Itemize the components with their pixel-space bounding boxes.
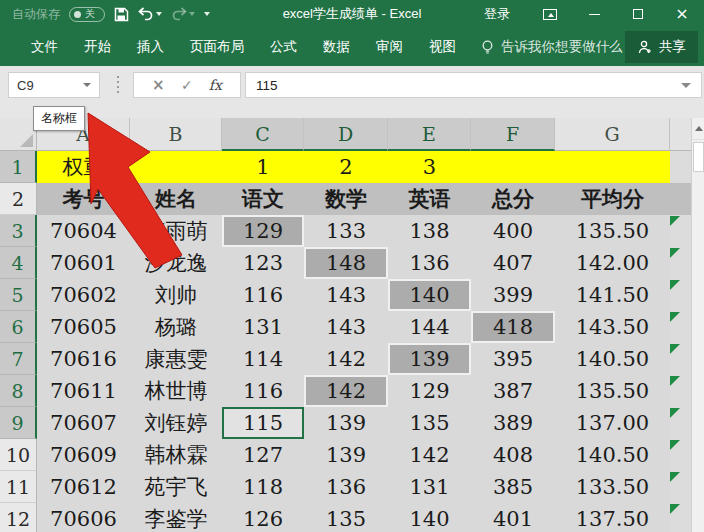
cell-E11[interactable]: 131 [388, 471, 471, 503]
cell-G7[interactable]: 140.50 [555, 343, 670, 375]
cell-D7[interactable]: 142 [304, 343, 388, 375]
cell-F12[interactable]: 401 [471, 503, 555, 532]
undo-dropdown-caret[interactable] [156, 12, 162, 16]
cell-B2[interactable]: 姓名 [130, 183, 222, 215]
cell-C12[interactable]: 126 [222, 503, 304, 532]
cell-D11[interactable]: 136 [304, 471, 388, 503]
cell-G2[interactable]: 平均分 [555, 183, 670, 215]
ribbon-display-options-button[interactable] [528, 0, 572, 28]
insert-function-button[interactable]: fx [209, 77, 222, 93]
cell-C6[interactable]: 131 [222, 311, 304, 343]
redo-button[interactable] [171, 7, 195, 21]
save-button[interactable] [114, 7, 129, 22]
formula-bar-expand-caret[interactable] [681, 83, 691, 88]
cell-G8[interactable]: 135.50 [555, 375, 670, 407]
cell-D1[interactable]: 2 [304, 151, 388, 183]
cell-C8[interactable]: 116 [222, 375, 304, 407]
row-header-7[interactable]: 7 [0, 343, 37, 375]
sign-in-button[interactable]: 登录 [466, 5, 528, 23]
cell-F11[interactable]: 385 [471, 471, 555, 503]
cell-F5[interactable]: 399 [471, 279, 555, 311]
cell-F4[interactable]: 407 [471, 247, 555, 279]
maximize-button[interactable] [616, 0, 660, 28]
row-header-1[interactable]: 1 [0, 151, 37, 183]
autosave-toggle[interactable]: 关 [69, 7, 105, 22]
column-header-C[interactable]: C [222, 118, 304, 151]
cell-C9[interactable]: 115 [222, 407, 304, 439]
cell-E4[interactable]: 136 [388, 247, 471, 279]
cell-D5[interactable]: 143 [304, 279, 388, 311]
cell-A3[interactable]: 70604 [37, 215, 130, 247]
cell-A5[interactable]: 70602 [37, 279, 130, 311]
cell-G10[interactable]: 140.50 [555, 439, 670, 471]
row-header-6[interactable]: 6 [0, 311, 37, 343]
cell-C11[interactable]: 118 [222, 471, 304, 503]
row-header-8[interactable]: 8 [0, 375, 37, 407]
name-box[interactable]: C9 [8, 72, 100, 98]
cell-G11[interactable]: 133.50 [555, 471, 670, 503]
cell-G12[interactable]: 137.50 [555, 503, 670, 532]
cell-D2[interactable]: 数学 [304, 183, 388, 215]
cell-E12[interactable]: 140 [388, 503, 471, 532]
cell-A11[interactable]: 70612 [37, 471, 130, 503]
redo-dropdown-caret[interactable] [189, 12, 195, 16]
customize-qat-caret[interactable] [204, 12, 210, 16]
cell-C10[interactable]: 127 [222, 439, 304, 471]
confirm-entry-button[interactable]: ✓ [181, 77, 193, 93]
cell-C2[interactable]: 语文 [222, 183, 304, 215]
row-header-10[interactable]: 10 [0, 439, 37, 471]
cell-C4[interactable]: 123 [222, 247, 304, 279]
cell-A1[interactable]: 权重 [37, 151, 130, 183]
cell-A2[interactable]: 考号 [37, 183, 130, 215]
tab-data[interactable]: 数据 [310, 28, 363, 66]
row-header-11[interactable]: 11 [0, 471, 37, 503]
close-button[interactable]: × [660, 0, 704, 28]
tab-home[interactable]: 开始 [71, 28, 124, 66]
cell-D3[interactable]: 133 [304, 215, 388, 247]
cell-A8[interactable]: 70611 [37, 375, 130, 407]
column-header-D[interactable]: D [304, 118, 388, 151]
vertical-scrollbar[interactable] [691, 118, 704, 532]
cell-E9[interactable]: 135 [388, 407, 471, 439]
minimize-button[interactable] [572, 0, 616, 28]
column-header-E[interactable]: E [388, 118, 471, 151]
tab-page-layout[interactable]: 页面布局 [177, 28, 257, 66]
cell-B12[interactable]: 李鉴学 [130, 503, 222, 532]
cell-B8[interactable]: 林世博 [130, 375, 222, 407]
share-button[interactable]: 共享 [625, 31, 698, 63]
cell-B6[interactable]: 杨璐 [130, 311, 222, 343]
cell-E7[interactable]: 139 [388, 343, 471, 375]
cell-F6[interactable]: 418 [471, 311, 555, 343]
cell-E10[interactable]: 142 [388, 439, 471, 471]
cell-B1[interactable] [130, 151, 222, 183]
cell-G5[interactable]: 141.50 [555, 279, 670, 311]
column-header-F[interactable]: F [471, 118, 555, 151]
cell-E5[interactable]: 140 [388, 279, 471, 311]
cell-F10[interactable]: 408 [471, 439, 555, 471]
cell-F2[interactable]: 总分 [471, 183, 555, 215]
cell-E2[interactable]: 英语 [388, 183, 471, 215]
cell-F3[interactable]: 400 [471, 215, 555, 247]
cancel-entry-button[interactable]: × [152, 76, 165, 94]
cell-F9[interactable]: 389 [471, 407, 555, 439]
cell-G6[interactable]: 143.50 [555, 311, 670, 343]
cell-B5[interactable]: 刘帅 [130, 279, 222, 311]
cell-A7[interactable]: 70616 [37, 343, 130, 375]
cell-E6[interactable]: 144 [388, 311, 471, 343]
cell-A12[interactable]: 70606 [37, 503, 130, 532]
cell-E1[interactable]: 3 [388, 151, 471, 183]
cell-F8[interactable]: 387 [471, 375, 555, 407]
cell-E3[interactable]: 138 [388, 215, 471, 247]
cell-B11[interactable]: 苑宇飞 [130, 471, 222, 503]
column-header-B[interactable]: B [130, 118, 222, 151]
cell-G1[interactable] [555, 151, 670, 183]
row-header-5[interactable]: 5 [0, 279, 37, 311]
cell-B4[interactable]: 沙龙逸 [130, 247, 222, 279]
cell-B3[interactable]: 韩雨萌 [130, 215, 222, 247]
cell-B9[interactable]: 刘钰婷 [130, 407, 222, 439]
cell-C3[interactable]: 129 [222, 215, 304, 247]
cell-E8[interactable]: 129 [388, 375, 471, 407]
cell-B10[interactable]: 韩林霖 [130, 439, 222, 471]
cell-F7[interactable]: 395 [471, 343, 555, 375]
tab-file[interactable]: 文件 [18, 28, 71, 66]
